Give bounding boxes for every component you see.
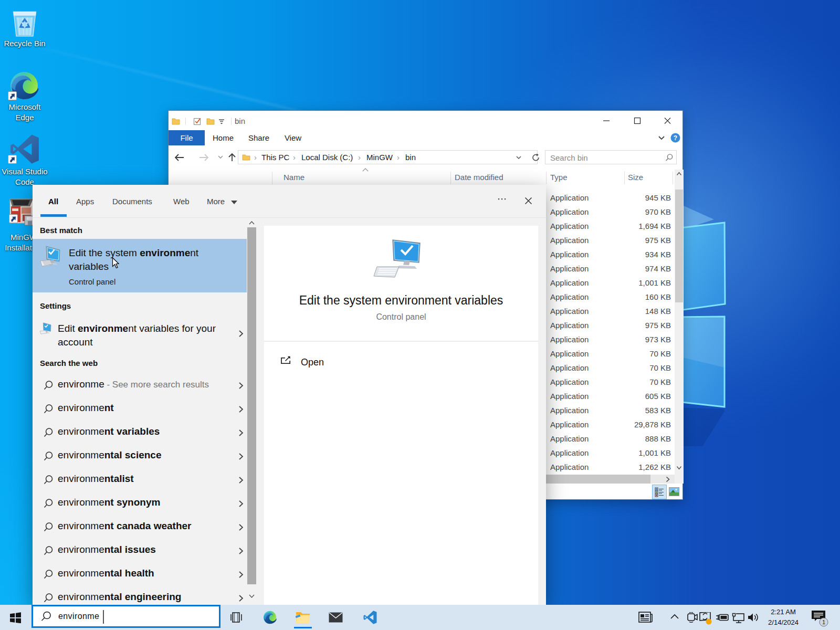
svg-text:1: 1 [822,619,825,625]
svg-text:?: ? [674,134,677,142]
